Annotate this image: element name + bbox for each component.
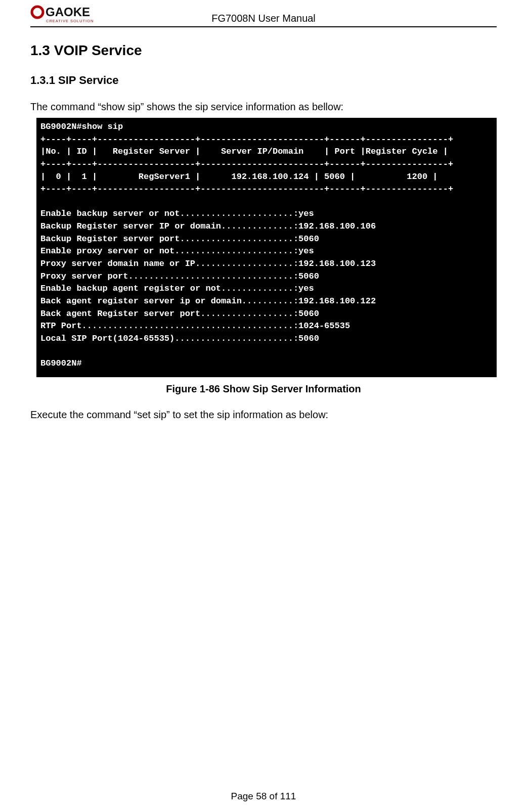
terminal-line: | 0 | 1 | RegServer1 | 192.168.100.124 |… — [40, 172, 438, 182]
terminal-line: Back agent Register server port.........… — [40, 309, 319, 319]
page-footer: Page 58 of 111 — [0, 791, 527, 802]
terminal-line: +----+----+-------------------+---------… — [40, 159, 453, 169]
gaoke-logo-icon: GAOKE CREATIVE SOLUTION — [30, 5, 111, 25]
terminal-line: RTP Port................................… — [40, 321, 350, 331]
after-figure-paragraph: Execute the command “set sip” to set the… — [30, 409, 497, 421]
terminal-line: |No. | ID | Register Server | Server IP/… — [40, 147, 448, 156]
section-heading: 1.3 VOIP Service — [30, 42, 497, 59]
terminal-line: Proxy server domain name or IP..........… — [40, 259, 376, 268]
document-title: FG7008N User Manual — [111, 13, 416, 25]
terminal-line: Backup Register server IP or domain.....… — [40, 221, 376, 231]
terminal-line: +----+----+-------------------+---------… — [40, 184, 453, 194]
brand-logo: GAOKE CREATIVE SOLUTION — [30, 5, 111, 25]
brand-text: GAOKE — [46, 5, 90, 19]
terminal-line: Enable backup agent register or not.....… — [40, 284, 314, 293]
svg-point-0 — [32, 7, 43, 18]
figure-caption: Figure 1-86 Show Sip Server Information — [30, 383, 497, 395]
terminal-line: Enable proxy server or not..............… — [40, 246, 314, 256]
document-header: GAOKE CREATIVE SOLUTION FG7008N User Man… — [30, 5, 497, 27]
terminal-output: BG9002N#show sip +----+----+------------… — [36, 118, 497, 377]
terminal-line: Proxy server port.......................… — [40, 272, 319, 281]
subsection-heading: 1.3.1 SIP Service — [30, 74, 497, 87]
brand-tagline: CREATIVE SOLUTION — [46, 19, 94, 23]
intro-paragraph: The command “show sip” shows the sip ser… — [30, 101, 497, 113]
terminal-line: Backup Register server port.............… — [40, 234, 319, 244]
page-container: GAOKE CREATIVE SOLUTION FG7008N User Man… — [0, 0, 527, 812]
terminal-line: Enable backup server or not.............… — [40, 209, 314, 218]
terminal-line: Back agent register server ip or domain.… — [40, 296, 376, 306]
terminal-line: +----+----+-------------------+---------… — [40, 134, 453, 144]
terminal-line: BG9002N#show sip — [40, 122, 123, 131]
terminal-line: BG9002N# — [40, 358, 82, 368]
terminal-line: Local SIP Port(1024-65535)..............… — [40, 334, 319, 343]
